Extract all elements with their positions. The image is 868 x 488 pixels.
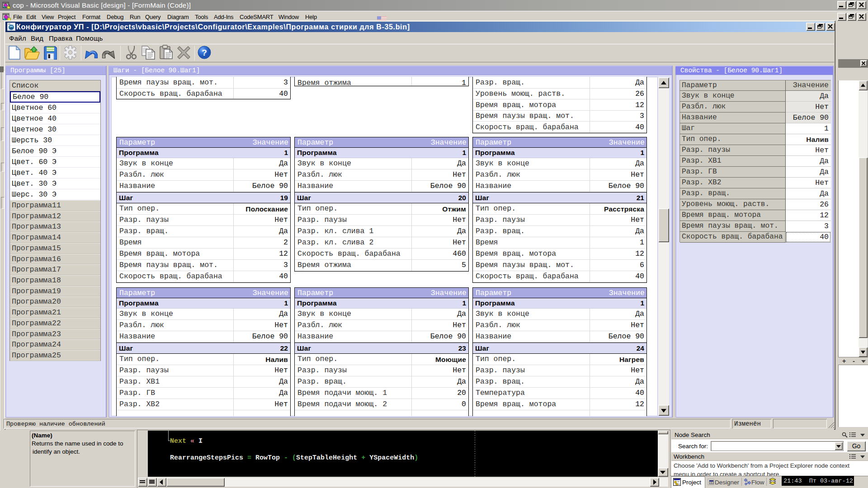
svg-text:?: ? [202,48,207,57]
